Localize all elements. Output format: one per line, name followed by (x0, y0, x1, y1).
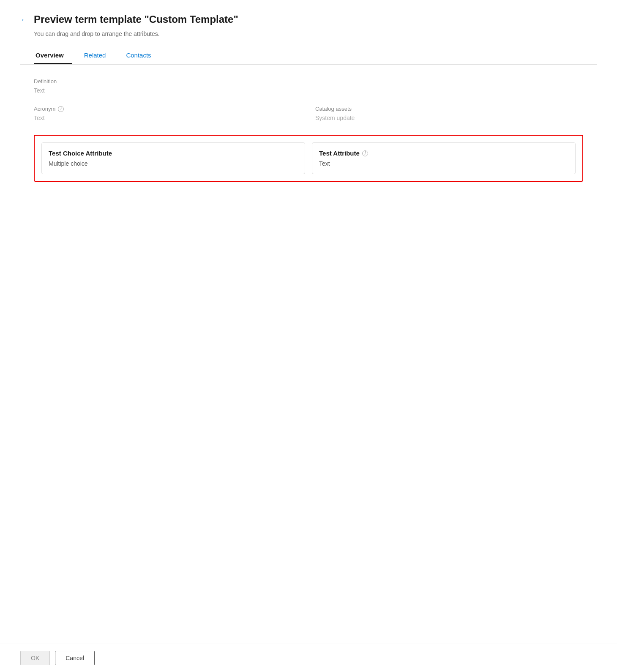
test-attribute-value: Text (319, 160, 568, 167)
ok-button[interactable]: OK (20, 651, 50, 665)
page-subtitle: You can drag and drop to arrange the att… (20, 30, 597, 37)
attributes-section: Test Choice Attribute Multiple choice Te… (34, 135, 583, 182)
back-button[interactable]: ← (20, 15, 29, 25)
bottom-bar: OK Cancel (0, 644, 617, 672)
definition-label: Definition (34, 78, 583, 85)
test-attribute-title: Test Attribute i (319, 150, 568, 157)
test-choice-attribute-card[interactable]: Test Choice Attribute Multiple choice (41, 142, 305, 174)
catalog-assets-label: Catalog assets (315, 106, 583, 112)
test-choice-attribute-value: Multiple choice (49, 160, 298, 167)
acronym-value: Text (34, 115, 302, 121)
tabs-bar: Overview Related Contacts (20, 47, 597, 65)
tab-related[interactable]: Related (82, 47, 115, 64)
cancel-button[interactable]: Cancel (55, 651, 95, 665)
test-attribute-info-icon: i (362, 150, 368, 156)
tab-overview[interactable]: Overview (34, 47, 72, 64)
test-attribute-card[interactable]: Test Attribute i Text (312, 142, 576, 174)
test-choice-attribute-title: Test Choice Attribute (49, 150, 298, 157)
page-title: Preview term template "Custom Template" (34, 14, 238, 25)
definition-value: Text (34, 87, 583, 94)
tab-contacts[interactable]: Contacts (124, 47, 159, 64)
catalog-assets-value: System update (315, 115, 583, 121)
acronym-info-icon: i (58, 106, 64, 112)
acronym-label: Acronym i (34, 106, 302, 112)
